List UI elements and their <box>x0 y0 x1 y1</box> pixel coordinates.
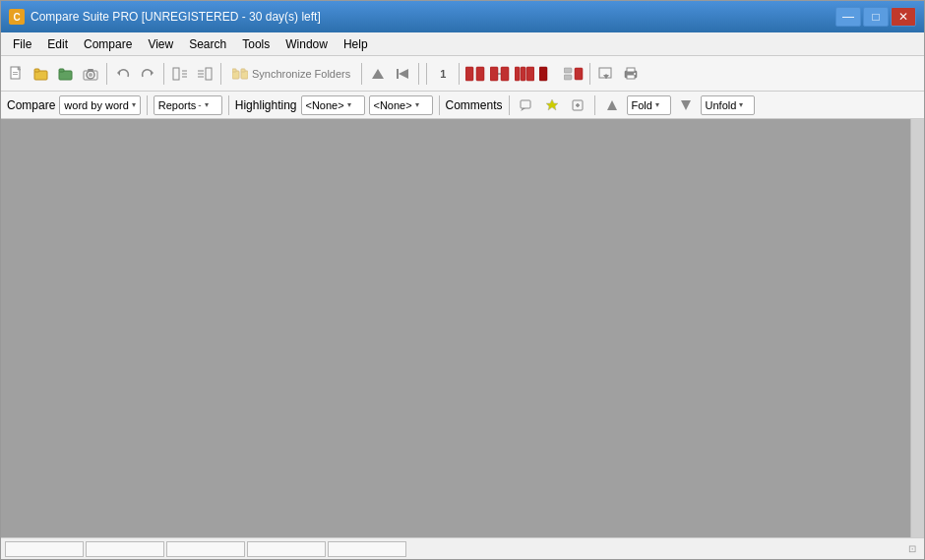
compare-mode-1-button[interactable] <box>463 62 487 86</box>
status-segment-2 <box>86 541 164 557</box>
svg-marker-27 <box>399 69 408 79</box>
left-compare-button[interactable] <box>168 62 192 86</box>
nav-prev-button[interactable] <box>391 62 414 86</box>
svg-point-11 <box>89 73 92 77</box>
reports-arrow: ▾ <box>205 100 209 109</box>
svg-rect-2 <box>13 72 18 73</box>
main-toolbar: Synchronize Folders 1 <box>1 56 924 92</box>
menu-edit[interactable]: Edit <box>39 35 76 53</box>
fold-dropdown[interactable]: Fold ▾ <box>627 95 671 115</box>
menu-bar: File Edit Compare View Search Tools Wind… <box>1 32 924 56</box>
close-button[interactable]: ✕ <box>891 7 916 27</box>
maximize-button[interactable]: □ <box>863 7 889 27</box>
svg-rect-31 <box>490 67 498 81</box>
secondary-toolbar: Compare word by word ▾ Reports - ▾ Highl… <box>1 92 924 119</box>
svg-marker-12 <box>117 70 120 76</box>
capture-button[interactable] <box>79 62 102 86</box>
svg-rect-36 <box>526 67 534 81</box>
open-file-button[interactable] <box>30 62 53 86</box>
undo-button[interactable] <box>111 62 135 86</box>
comment-action-2-button[interactable] <box>541 94 563 116</box>
compare-mode-3-button[interactable] <box>513 62 536 86</box>
status-segment-1 <box>5 541 84 557</box>
resize-grip: ⊡ <box>908 543 916 554</box>
svg-point-47 <box>634 73 636 75</box>
unfold-dropdown[interactable]: Unfold ▾ <box>701 95 755 115</box>
compare-label: Compare <box>7 98 55 112</box>
menu-file[interactable]: File <box>5 35 39 53</box>
status-segment-5 <box>328 541 406 557</box>
status-segment-4 <box>247 541 326 557</box>
highlighting-none1-dropdown[interactable]: <None> ▾ <box>301 95 365 115</box>
fold-arrow: ▾ <box>655 100 659 109</box>
svg-rect-35 <box>521 67 525 81</box>
open-recent-button[interactable] <box>54 62 78 86</box>
compare-mode-2-button[interactable] <box>488 62 512 86</box>
svg-rect-25 <box>241 69 245 72</box>
nav-start-button[interactable] <box>366 62 390 86</box>
menu-search[interactable]: Search <box>181 35 234 53</box>
svg-rect-14 <box>173 68 179 80</box>
svg-rect-37 <box>539 67 547 81</box>
app-icon: C <box>9 9 25 25</box>
compare-mode-dropdown[interactable]: word by word ▾ <box>59 95 140 115</box>
none2-arrow: ▾ <box>415 100 419 109</box>
compare-mode-5-button[interactable] <box>562 62 586 86</box>
svg-rect-45 <box>627 68 635 72</box>
window-title: Compare Suite PRO [UNREGISTERED - 30 day… <box>31 10 835 24</box>
svg-rect-46 <box>627 75 635 79</box>
svg-marker-55 <box>681 100 691 110</box>
svg-marker-54 <box>607 100 617 110</box>
line-count-button[interactable]: 1 <box>431 62 455 86</box>
svg-rect-48 <box>521 100 530 108</box>
unfold-arrow: ▾ <box>739 100 743 109</box>
comment-action-3-button[interactable] <box>567 94 588 116</box>
svg-rect-34 <box>515 67 520 81</box>
menu-compare[interactable]: Compare <box>76 35 140 53</box>
reports-dropdown[interactable]: Reports - ▾ <box>154 95 222 115</box>
unfold-prev-button[interactable] <box>675 94 697 116</box>
svg-marker-13 <box>151 70 154 76</box>
highlighting-label: Highlighting <box>235 98 297 112</box>
svg-rect-7 <box>59 69 64 72</box>
svg-rect-30 <box>476 67 484 81</box>
redo-button[interactable] <box>136 62 159 86</box>
svg-rect-39 <box>564 75 572 80</box>
sync-folders-button[interactable]: Synchronize Folders <box>225 62 357 86</box>
status-bar: ⊡ <box>1 537 924 559</box>
svg-rect-18 <box>206 68 212 80</box>
menu-view[interactable]: View <box>140 35 181 53</box>
svg-rect-38 <box>564 68 572 73</box>
right-compare-button[interactable] <box>193 62 216 86</box>
compare-mode-arrow: ▾ <box>132 100 136 109</box>
vertical-scrollbar[interactable] <box>910 119 924 537</box>
svg-rect-40 <box>575 68 583 80</box>
menu-help[interactable]: Help <box>336 35 376 53</box>
print-button[interactable] <box>619 62 643 86</box>
minimize-button[interactable]: — <box>835 7 861 27</box>
export-button[interactable] <box>594 62 618 86</box>
status-segment-3 <box>166 541 245 557</box>
comment-action-1-button[interactable] <box>516 94 537 116</box>
comments-label: Comments <box>446 98 503 112</box>
svg-rect-29 <box>465 67 473 81</box>
svg-rect-32 <box>501 67 509 81</box>
svg-marker-26 <box>372 69 384 79</box>
title-bar-buttons: — □ ✕ <box>835 7 916 27</box>
main-content-area <box>1 119 924 537</box>
compare-mode-4-button[interactable] <box>537 62 561 86</box>
title-bar: C Compare Suite PRO [UNREGISTERED - 30 d… <box>1 1 924 32</box>
svg-rect-23 <box>232 69 236 72</box>
menu-window[interactable]: Window <box>278 35 336 53</box>
svg-marker-50 <box>546 99 558 110</box>
highlighting-none2-dropdown[interactable]: <None> ▾ <box>369 95 433 115</box>
new-doc-button[interactable] <box>5 62 29 86</box>
fold-prev-button[interactable] <box>601 94 623 116</box>
svg-rect-3 <box>13 74 18 75</box>
svg-rect-28 <box>397 69 399 79</box>
none1-arrow: ▾ <box>347 100 351 109</box>
svg-rect-5 <box>34 69 39 72</box>
menu-tools[interactable]: Tools <box>234 35 278 53</box>
main-window: C Compare Suite PRO [UNREGISTERED - 30 d… <box>0 0 925 560</box>
